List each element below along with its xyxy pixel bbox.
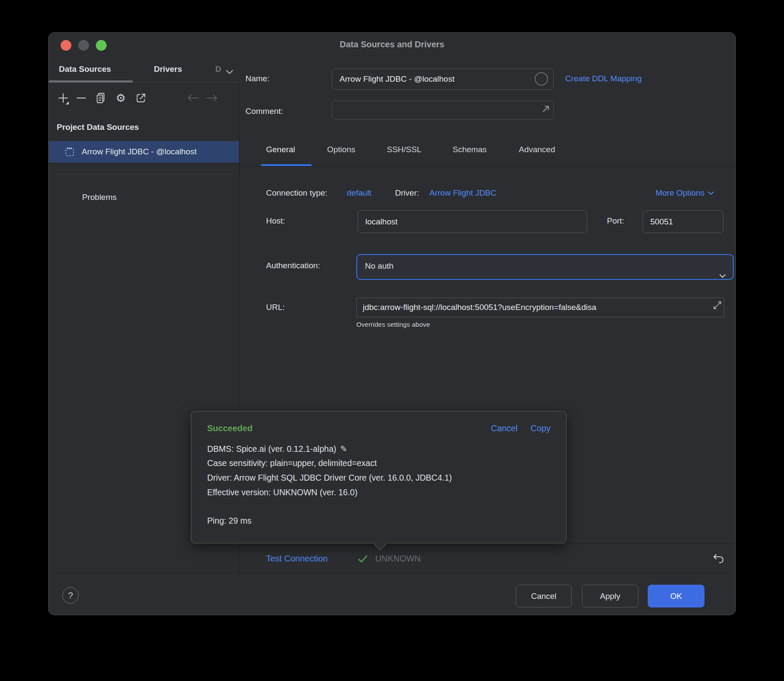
url-input[interactable]: jdbc:arrow-flight-sql://localhost:50051?…: [356, 298, 724, 317]
name-label: Name:: [245, 74, 270, 83]
gear-icon[interactable]: ⚙: [114, 91, 128, 105]
test-connection-result-popup: Succeeded Cancel Copy DBMS: Spice.ai (ve…: [191, 411, 567, 543]
create-ddl-mapping-link[interactable]: Create DDL Mapping: [565, 74, 642, 83]
port-value: 50051: [650, 217, 673, 226]
test-connection-link[interactable]: Test Connection: [266, 554, 328, 564]
sidebar-item-arrow-flight-jdbc[interactable]: Arrow Flight JDBC - @localhost: [49, 141, 239, 163]
authentication-value: No auth: [365, 261, 394, 270]
chevron-down-icon: [708, 191, 714, 195]
url-value: jdbc:arrow-flight-sql://localhost:50051?…: [363, 303, 596, 312]
add-dropdown-caret-icon: [66, 101, 69, 104]
driver-info-line: Driver: Arrow Flight SQL JDBC Driver Cor…: [207, 473, 452, 483]
comment-input[interactable]: [332, 101, 554, 120]
duplicate-icon[interactable]: [94, 91, 108, 105]
chevron-down-icon[interactable]: [226, 68, 233, 76]
apply-button[interactable]: Apply: [582, 585, 638, 607]
port-input[interactable]: 50051: [643, 210, 723, 233]
effective-version-line: Effective version: UNKNOWN (ver. 16.0): [207, 488, 358, 497]
checkmark-icon: [357, 554, 368, 566]
selected-item-label: Arrow Flight JDBC - @localhost: [82, 147, 196, 156]
footer-row-divider: [239, 543, 736, 544]
dbms-info-line: DBMS: Spice.ai (ver. 0.12.1-alpha)✎: [207, 444, 347, 454]
data-source-icon: [64, 147, 75, 157]
case-sensitivity-line: Case sensitivity: plain=upper, delimited…: [207, 458, 377, 468]
data-sources-dialog: Data Sources and Drivers Data Sources Dr…: [48, 32, 736, 615]
active-tab-underline: [49, 80, 133, 83]
popup-copy-link[interactable]: Copy: [530, 423, 551, 433]
driver-label: Driver:: [395, 188, 419, 198]
tab-options[interactable]: Options: [327, 145, 355, 154]
help-button[interactable]: ?: [62, 587, 79, 604]
connection-type-value-link[interactable]: default: [347, 188, 371, 198]
forward-arrow-icon[interactable]: [205, 91, 219, 105]
tab-strip-border: [239, 166, 736, 166]
url-label: URL:: [266, 303, 285, 312]
cancel-button[interactable]: Cancel: [516, 585, 572, 607]
open-in-new-icon[interactable]: [134, 91, 148, 105]
add-data-source-button[interactable]: [56, 91, 70, 105]
tab-truncated[interactable]: D: [215, 64, 221, 74]
host-label: Host:: [266, 216, 285, 226]
ok-button[interactable]: OK: [648, 585, 704, 607]
sidebar-item-problems[interactable]: Problems: [82, 193, 116, 202]
chevron-down-icon: [719, 264, 726, 287]
host-input[interactable]: localhost: [358, 210, 587, 233]
url-hint-text: Overrides settings above: [356, 321, 430, 328]
expand-icon[interactable]: [712, 298, 723, 317]
connection-type-label: Connection type:: [266, 188, 328, 198]
port-label: Port:: [607, 216, 624, 226]
tab-schemas[interactable]: Schemas: [453, 145, 487, 154]
popup-cancel-link[interactable]: Cancel: [491, 423, 518, 433]
host-value: localhost: [365, 217, 398, 226]
project-data-sources-header: Project Data Sources: [57, 123, 139, 132]
tab-ssh-ssl[interactable]: SSH/SSL: [387, 145, 421, 154]
expand-icon[interactable]: [542, 105, 550, 116]
name-value: Arrow Flight JDBC - @localhost: [340, 74, 454, 83]
sidebar-tab-strip: Data Sources Drivers D: [49, 58, 239, 83]
revert-icon[interactable]: [712, 551, 727, 567]
tab-advanced[interactable]: Advanced: [519, 145, 555, 154]
more-options-link[interactable]: More Options: [655, 188, 714, 198]
bottom-bar-divider: [49, 573, 736, 573]
connection-status-text: UNKNOWN: [375, 554, 421, 564]
status-badge: Succeeded: [207, 423, 253, 433]
name-input[interactable]: Arrow Flight JDBC - @localhost: [332, 68, 554, 90]
driver-value-link[interactable]: Arrow Flight JDBC: [429, 188, 496, 198]
more-options-label: More Options: [655, 188, 704, 198]
progress-circle-icon: [535, 72, 548, 86]
authentication-select[interactable]: No auth: [356, 254, 734, 280]
back-arrow-icon[interactable]: [186, 91, 200, 105]
tab-general[interactable]: General: [266, 145, 295, 154]
sidebar-divider: [55, 174, 233, 175]
popup-callout-arrow: [373, 536, 387, 550]
tab-data-sources[interactable]: Data Sources: [59, 64, 111, 74]
authentication-label: Authentication:: [266, 261, 320, 270]
remove-data-source-button[interactable]: [74, 91, 88, 105]
ping-line: Ping: 29 ms: [207, 516, 251, 526]
tab-drivers[interactable]: Drivers: [154, 64, 182, 74]
window-title: Data Sources and Drivers: [49, 40, 735, 49]
edit-pencil-icon[interactable]: ✎: [340, 444, 347, 454]
comment-label: Comment:: [245, 107, 283, 116]
